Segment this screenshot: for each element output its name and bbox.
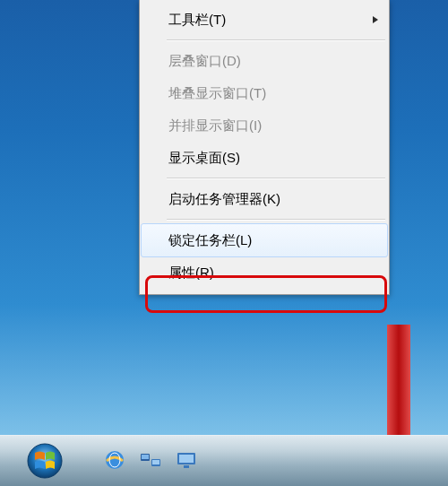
quicklaunch-ie[interactable]	[103, 448, 126, 472]
menu-item-toolbars[interactable]: 工具栏(T)	[142, 4, 387, 36]
menu-item-label: 工具栏(T)	[168, 12, 226, 27]
network-icon	[139, 448, 162, 472]
menu-item-label: 启动任务管理器(K)	[168, 191, 280, 206]
menu-item-task-manager[interactable]: 启动任务管理器(K)	[142, 183, 387, 215]
taskbar-context-menu: 工具栏(T) 层叠窗口(D) 堆叠显示窗口(T) 并排显示窗口(I) 显示桌面(…	[139, 0, 390, 295]
menu-item-label: 锁定任务栏(L)	[168, 232, 252, 247]
menu-item-side-by-side[interactable]: 并排显示窗口(I)	[142, 109, 387, 142]
menu-separator	[167, 219, 385, 221]
menu-item-label: 堆叠显示窗口(T)	[168, 85, 266, 100]
quicklaunch-item-1[interactable]	[139, 448, 162, 472]
start-button[interactable]	[27, 443, 63, 479]
menu-item-stacked[interactable]: 堆叠显示窗口(T)	[142, 77, 387, 109]
menu-item-show-desktop[interactable]: 显示桌面(S)	[142, 142, 387, 174]
menu-item-properties[interactable]: 属性(R)	[142, 256, 387, 289]
menu-separator	[167, 178, 385, 179]
menu-item-label: 显示桌面(S)	[168, 150, 240, 165]
svg-rect-5	[142, 455, 149, 459]
menu-item-label: 属性(R)	[168, 265, 214, 280]
menu-separator	[167, 39, 385, 41]
taskbar[interactable]	[0, 435, 448, 486]
menu-item-lock-taskbar[interactable]: 锁定任务栏(L)	[141, 223, 388, 257]
svg-rect-9	[184, 465, 189, 468]
submenu-arrow-icon	[373, 16, 378, 23]
svg-rect-8	[179, 455, 194, 463]
svg-point-0	[28, 444, 62, 478]
ie-icon	[103, 448, 126, 472]
menu-item-cascade[interactable]: 层叠窗口(D)	[142, 45, 387, 77]
menu-item-label: 并排显示窗口(I)	[168, 117, 262, 133]
windows-logo-icon	[27, 443, 63, 479]
svg-rect-6	[152, 460, 159, 464]
monitor-icon	[175, 448, 198, 472]
menu-item-label: 层叠窗口(D)	[168, 53, 241, 68]
quicklaunch-item-2[interactable]	[175, 448, 198, 472]
